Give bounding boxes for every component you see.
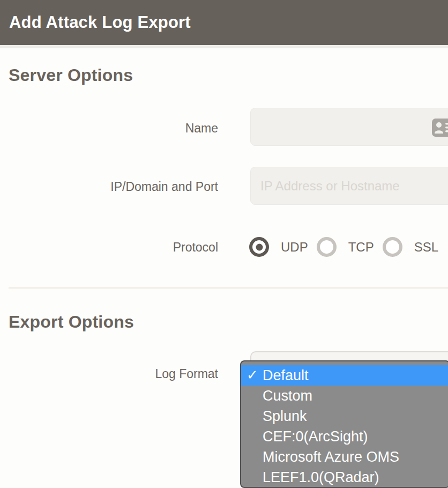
add-attack-log-export-dialog: Add Attack Log Export Server Options Nam… (0, 0, 448, 488)
menu-item-label: Custom (263, 388, 312, 404)
log-format-label: Log Format (0, 366, 218, 382)
ip-domain-port-input[interactable] (250, 167, 448, 205)
radio-unselected-icon[interactable] (317, 237, 337, 257)
menu-item-leef-qradar[interactable]: LEEF1.0(QRadar) (241, 467, 448, 487)
protocol-option-ssl[interactable]: SSL (383, 237, 438, 257)
radio-label-udp: UDP (281, 240, 308, 255)
menu-item-label: Microsoft Azure OMS (263, 449, 399, 465)
menu-item-default[interactable]: ✓ Default (241, 365, 448, 386)
menu-item-custom[interactable]: Custom (241, 386, 448, 406)
ip-domain-port-label: IP/Domain and Port (0, 179, 218, 195)
titlebar-divider (0, 45, 448, 48)
protocol-radio-group: UDP TCP SSL (249, 237, 438, 257)
menu-item-splunk[interactable]: Splunk (241, 406, 448, 426)
dialog-titlebar: Add Attack Log Export (0, 0, 448, 45)
section-divider (9, 287, 448, 289)
menu-item-microsoft-azure-oms[interactable]: Microsoft Azure OMS (241, 447, 448, 467)
radio-selected-icon[interactable] (249, 237, 269, 257)
protocol-option-udp[interactable]: UDP (249, 237, 308, 257)
protocol-option-tcp[interactable]: TCP (317, 237, 374, 257)
check-icon: ✓ (247, 367, 258, 383)
radio-unselected-icon[interactable] (383, 237, 402, 257)
menu-item-label: LEEF1.0(QRadar) (263, 469, 379, 486)
radio-label-tcp: TCP (348, 240, 374, 255)
dialog-title: Add Attack Log Export (9, 13, 191, 32)
protocol-label: Protocol (0, 239, 218, 255)
menu-item-cef-arcsight[interactable]: CEF:0(ArcSight) (241, 426, 448, 447)
name-label: Name (0, 120, 218, 136)
radio-label-ssl: SSL (414, 240, 438, 255)
menu-item-label: CEF:0(ArcSight) (263, 428, 368, 445)
log-format-dropdown-menu: ✓ Default Custom Splunk CEF:0(ArcSight) … (240, 360, 448, 488)
server-options-heading: Server Options (9, 65, 133, 85)
name-input[interactable] (250, 108, 448, 146)
menu-item-label: Splunk (263, 408, 307, 425)
contact-card-icon (432, 119, 448, 139)
menu-item-label: Default (263, 367, 309, 384)
export-options-heading: Export Options (9, 312, 134, 332)
